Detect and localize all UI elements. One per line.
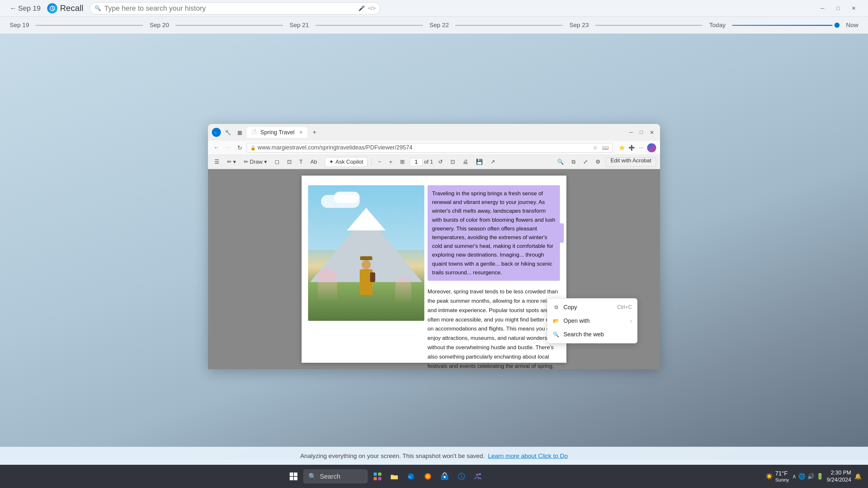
highlight-handle (560, 223, 564, 243)
timeline-section-sep21-22 (315, 25, 423, 26)
network-icon[interactable]: 🌐 (798, 473, 805, 480)
extensions-icon[interactable]: 🔧 (223, 128, 232, 137)
timeline-sep19[interactable]: Sep 19 (10, 22, 29, 29)
weather-info: 71°F Sunny (775, 470, 789, 483)
reading-mode-button[interactable]: ⊡ (284, 158, 294, 166)
volume-icon[interactable]: 🔊 (807, 473, 814, 480)
copilot-icon: ✦ (329, 159, 334, 165)
nav-back-button[interactable]: ← (212, 143, 221, 152)
copy-label: Copy (563, 304, 577, 311)
notification-icon[interactable]: 🔔 (855, 473, 862, 480)
windows-start-button[interactable] (286, 469, 301, 484)
minimize-button[interactable]: ─ (817, 4, 827, 13)
timeline-sep22[interactable]: Sep 22 (430, 22, 449, 29)
timeline-sep21[interactable]: Sep 21 (290, 22, 309, 29)
edge-icon (212, 128, 221, 137)
rotate-button[interactable]: ↺ (436, 158, 445, 166)
weather-widget: ☀️ 71°F Sunny (766, 470, 789, 483)
lock-icon: 🔒 (250, 145, 256, 151)
tab-close-button[interactable]: ✕ (299, 130, 303, 135)
favorites-icon[interactable]: ⭐ (618, 144, 626, 152)
svg-point-16 (479, 473, 481, 475)
annotation-button[interactable]: ✏ ▾ (224, 158, 239, 166)
expand-button[interactable]: ⤢ (581, 158, 590, 166)
taskbar-firefox[interactable] (421, 469, 435, 484)
app-title: Recall (60, 3, 83, 13)
svg-rect-2 (294, 473, 298, 476)
pdf-right-column: Traveling in the spring brings a fresh s… (424, 175, 566, 363)
browser-tab[interactable]: 📄 Spring Travel ✕ (247, 127, 307, 138)
copilot-button[interactable]: ✦ Ask Copilot (325, 157, 368, 167)
address-box[interactable]: 🔒 www.margiestravel.com/springtravelidea… (247, 143, 613, 153)
battery-icon[interactable]: 🔋 (816, 473, 824, 480)
more-tools-button[interactable]: ⚙ (593, 158, 603, 166)
search-input[interactable] (104, 4, 355, 12)
weather-temp: 71°F (775, 470, 789, 477)
browser-close[interactable]: ✕ (647, 128, 656, 137)
draw-button[interactable]: ✏ Draw ▾ (241, 158, 270, 166)
context-copy[interactable]: ⧉ Copy Ctrl+C (547, 300, 637, 314)
collection-icon[interactable]: ➕ (628, 144, 636, 152)
timeline-sep20[interactable]: Sep 20 (150, 22, 169, 29)
timeline-bar-2 (175, 25, 283, 26)
read-mode-icon[interactable]: 📖 (601, 144, 609, 152)
clock[interactable]: 2:30 PM 9/24/2024 (827, 469, 851, 484)
taskbar-file-explorer[interactable] (387, 469, 401, 484)
eraser-button[interactable]: ◻ (272, 158, 282, 166)
highlighted-text: Traveling in the spring brings a fresh s… (432, 190, 555, 275)
sidebar-icon[interactable]: ▦ (235, 128, 244, 137)
print-button[interactable]: 🖨 (460, 158, 471, 166)
copy-button[interactable]: ⧉ (569, 158, 578, 166)
fit-page-button[interactable]: ⊞ (398, 158, 407, 166)
search-bar[interactable]: 🔍 🎤 </> (90, 2, 380, 14)
find-button[interactable]: 🔍 (554, 158, 566, 166)
pdf-body-text: Moreover, spring travel tends to be less… (428, 287, 560, 369)
pdf-tab-icon: 📄 (251, 129, 258, 135)
edit-acrobat-button[interactable]: Edit with Acrobat (606, 157, 656, 167)
taskbar-search-button[interactable]: 🔍 Search (303, 469, 368, 484)
cursor-button[interactable]: ⊡ (448, 158, 458, 166)
share-button[interactable]: ↗ (488, 158, 498, 166)
timeline-now[interactable]: Now (846, 22, 858, 29)
back-button[interactable]: ← Sep 19 (10, 4, 41, 12)
page-number-input[interactable] (410, 158, 423, 166)
maximize-button[interactable]: □ (833, 4, 843, 13)
zoom-in-button[interactable]: + (386, 158, 395, 166)
mic-icon[interactable]: 🎤 (359, 5, 365, 11)
page-controls: of 1 (410, 158, 433, 166)
bookmark-icon[interactable]: ☆ (591, 144, 599, 152)
new-tab-button[interactable]: + (310, 128, 319, 137)
toc-button[interactable]: ☰ (212, 158, 222, 166)
browser-window: 🔧 ▦ 📄 Spring Travel ✕ + ─ □ ✕ ← → ↻ 🔒 ww… (208, 124, 660, 369)
context-open-with[interactable]: 📂 Open with › (547, 314, 637, 328)
save-button[interactable]: 💾 (473, 158, 485, 166)
svg-point-11 (426, 475, 430, 478)
highlighted-text-block[interactable]: Traveling in the spring brings a fresh s… (428, 185, 560, 281)
taskbar-ms-store[interactable] (438, 469, 452, 484)
nav-forward-button[interactable]: → (223, 143, 232, 152)
timeline-sep23[interactable]: Sep 23 (569, 22, 589, 29)
pdf-left-column (302, 175, 424, 363)
taskbar-widgets[interactable] (370, 469, 384, 484)
more-icon[interactable]: ··· (638, 144, 645, 152)
timeline-today[interactable]: Today (709, 22, 725, 29)
timeline-dot (834, 23, 840, 28)
taskbar-edge[interactable] (404, 469, 418, 484)
text-button[interactable]: T (297, 158, 305, 166)
browser-minimize[interactable]: ─ (626, 128, 636, 137)
learn-more-link[interactable]: Learn more about Click to Do (488, 453, 568, 460)
context-search-web[interactable]: 🔍 Search the web (547, 328, 637, 341)
taskbar-teams[interactable] (471, 469, 485, 484)
taskbar-center: 🔍 Search (6, 469, 766, 484)
zoom-out-button[interactable]: − (376, 158, 384, 166)
close-button[interactable]: ✕ (848, 4, 858, 13)
nav-refresh-button[interactable]: ↻ (235, 143, 244, 152)
taskbar-recall[interactable] (454, 469, 469, 484)
timeline-section-today-now (732, 23, 840, 28)
open-with-icon: 📂 (553, 317, 560, 324)
dict-button[interactable]: Ab (308, 158, 320, 166)
browser-maximize[interactable]: □ (637, 128, 646, 137)
chevron-up-icon[interactable]: ∧ (792, 473, 796, 480)
timeline: Sep 19 Sep 20 Sep 21 Sep 22 Sep 23 Today… (0, 17, 868, 34)
code-icon[interactable]: </> (368, 5, 376, 11)
